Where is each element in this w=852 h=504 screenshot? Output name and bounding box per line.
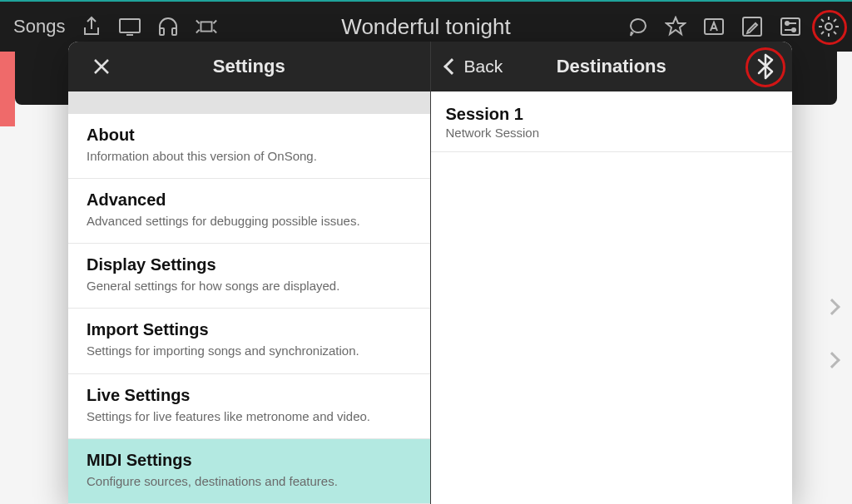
svg-rect-4 bbox=[201, 22, 212, 31]
item-subtitle: Configure sources, destinations and feat… bbox=[87, 473, 412, 490]
settings-title: Settings bbox=[68, 56, 430, 77]
svg-point-16 bbox=[825, 23, 832, 30]
item-title: Display Settings bbox=[87, 255, 412, 274]
settings-item-midi-settings[interactable]: MIDI SettingsConfigure sources, destinat… bbox=[68, 439, 430, 504]
settings-item-about[interactable]: AboutInformation about this version of O… bbox=[68, 114, 430, 179]
destination-subtitle: Network Session bbox=[446, 126, 778, 140]
star-icon[interactable] bbox=[664, 15, 687, 38]
destinations-panel: Back Destinations Session 1Network Sessi… bbox=[431, 42, 793, 504]
destinations-header: Back Destinations bbox=[431, 42, 793, 91]
chat-icon[interactable] bbox=[626, 15, 649, 38]
item-subtitle: Advanced settings for debugging possible… bbox=[87, 213, 412, 230]
settings-header: Settings bbox=[68, 42, 430, 91]
svg-point-15 bbox=[792, 28, 795, 32]
item-subtitle: General settings for how songs are displ… bbox=[87, 278, 412, 294]
background-row bbox=[817, 336, 847, 384]
headphones-icon[interactable] bbox=[156, 15, 180, 38]
svg-line-6 bbox=[214, 21, 217, 24]
settings-panel: Settings AboutInformation about this ver… bbox=[68, 42, 431, 504]
songs-button[interactable]: Songs bbox=[13, 16, 65, 37]
settings-list: AboutInformation about this version of O… bbox=[68, 114, 430, 505]
chevron-right-icon bbox=[824, 299, 840, 315]
item-subtitle: Settings for live features like metronom… bbox=[87, 408, 412, 425]
stage-icon[interactable] bbox=[195, 15, 218, 38]
item-title: MIDI Settings bbox=[87, 451, 412, 470]
svg-rect-0 bbox=[120, 19, 140, 32]
svg-rect-11 bbox=[781, 18, 800, 35]
item-subtitle: Settings for importing songs and synchro… bbox=[87, 343, 412, 359]
svg-line-8 bbox=[214, 30, 217, 33]
svg-line-7 bbox=[196, 30, 200, 33]
settings-spacer bbox=[68, 91, 430, 114]
background-marker bbox=[0, 52, 15, 126]
svg-point-13 bbox=[785, 22, 789, 25]
destination-title: Session 1 bbox=[446, 105, 778, 124]
share-icon[interactable] bbox=[80, 15, 103, 38]
settings-item-import-settings[interactable]: Import SettingsSettings for importing so… bbox=[68, 309, 430, 373]
destination-item[interactable]: Session 1Network Session bbox=[431, 91, 793, 152]
font-icon[interactable] bbox=[702, 15, 726, 38]
edit-icon[interactable] bbox=[741, 15, 764, 38]
gear-icon[interactable] bbox=[817, 15, 840, 38]
settings-modal: Settings AboutInformation about this ver… bbox=[68, 42, 792, 504]
item-title: About bbox=[87, 126, 412, 145]
item-title: Live Settings bbox=[87, 386, 412, 405]
svg-rect-3 bbox=[172, 28, 176, 35]
sliders-icon[interactable] bbox=[779, 15, 802, 38]
item-title: Advanced bbox=[87, 190, 412, 210]
item-subtitle: Information about this version of OnSong… bbox=[87, 148, 412, 165]
display-icon[interactable] bbox=[118, 15, 141, 38]
svg-line-5 bbox=[196, 21, 200, 24]
settings-item-display-settings[interactable]: Display SettingsGeneral settings for how… bbox=[68, 244, 430, 309]
settings-item-advanced[interactable]: AdvancedAdvanced settings for debugging … bbox=[68, 179, 430, 244]
destinations-title: Destinations bbox=[431, 56, 793, 77]
background-row bbox=[817, 283, 847, 331]
chevron-right-icon bbox=[824, 352, 840, 368]
svg-rect-2 bbox=[160, 28, 164, 35]
item-title: Import Settings bbox=[87, 320, 412, 339]
bluetooth-icon[interactable] bbox=[754, 52, 777, 82]
settings-item-live-settings[interactable]: Live SettingsSettings for live features … bbox=[68, 374, 430, 439]
destinations-list: Session 1Network Session bbox=[431, 91, 793, 152]
